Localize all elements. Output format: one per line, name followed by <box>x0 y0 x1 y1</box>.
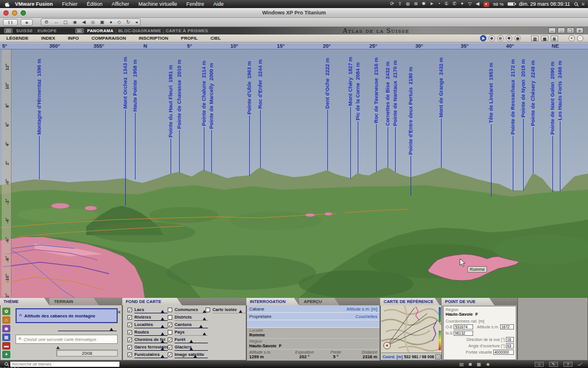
list-icon[interactable]: ≡ <box>582 1 585 7</box>
aperture-input[interactable] <box>506 343 514 348</box>
checkbox-funiculaires[interactable]: ✓ <box>127 352 132 357</box>
oe-input[interactable] <box>454 324 473 329</box>
viewpoint-tool[interactable]: ◉ <box>514 35 521 41</box>
expand-panels-button[interactable]: · <box>577 35 583 41</box>
calendar-icon[interactable]: ▦ <box>2 334 10 341</box>
layer-slider[interactable] <box>134 320 168 321</box>
menu-item-profil[interactable]: PROFIL <box>175 36 204 41</box>
year-field[interactable]: 2008 <box>56 350 118 356</box>
keyboard-icon[interactable]: ① <box>444 0 448 8</box>
mode-tab-carte-prismes[interactable]: CARTE À PRISMES <box>164 28 210 33</box>
spotlight-icon[interactable] <box>574 2 578 6</box>
vm-titlebar[interactable]: Windows XP Pro Titanium <box>0 8 588 18</box>
menu-vmware-fusion[interactable]: VMware Fusion <box>10 1 57 7</box>
layer-slider[interactable] <box>134 343 168 343</box>
altitude-input[interactable] <box>500 324 514 329</box>
layer-slider[interactable] <box>134 358 168 358</box>
theme-transparency-slider[interactable] <box>58 331 117 331</box>
direction-input[interactable] <box>506 337 514 342</box>
mode-tab-bloc-diagramme[interactable]: BLOC-DIAGRAMME <box>117 28 163 33</box>
tab-apercu[interactable]: APERÇU <box>299 298 339 305</box>
layer-slider[interactable] <box>134 350 168 351</box>
pan-tool[interactable]: ✥ <box>506 35 512 41</box>
cd-icon[interactable]: ◎ <box>91 18 95 26</box>
mode-tab-panorama[interactable]: PANORAMA <box>86 28 115 33</box>
spaces-icon[interactable]: ⊞ <box>414 0 418 8</box>
maximize-button[interactable]: □ <box>558 28 565 33</box>
folder-icon[interactable]: ▤ <box>459 362 464 367</box>
resize-grip-icon[interactable] <box>577 363 583 366</box>
layer-slider[interactable] <box>175 328 208 328</box>
display-icon[interactable]: ▢ <box>63 18 68 26</box>
collapse-icon[interactable]: ◂ <box>135 18 137 26</box>
tab-carte-reference[interactable]: CARTE DE RÉFÉRENCE <box>380 298 440 305</box>
close-button[interactable]: ✕ <box>576 28 583 33</box>
battery-icon[interactable] <box>508 2 515 6</box>
theme-combo-secondary[interactable]: ^ Choisir une seconde carte thématique <box>16 335 118 344</box>
theme-close-button[interactable]: × <box>118 309 121 315</box>
navigate-tool[interactable]: ➤ <box>480 35 486 41</box>
menu-machine-virtuelle[interactable]: Machine virtuelle <box>134 1 182 7</box>
sound-icon[interactable]: ◀ <box>82 18 86 26</box>
menu-item-info[interactable]: INFO <box>61 36 85 41</box>
network-icon[interactable]: ● <box>110 18 113 26</box>
flight-icon[interactable]: ➤ <box>430 0 434 8</box>
layer-slider[interactable] <box>175 335 208 336</box>
panel-close-button[interactable]: ⊠ <box>551 36 558 41</box>
panel-layout-a-button[interactable]: ▥ <box>531 36 539 41</box>
checkbox-carte-isol-e[interactable] <box>206 308 210 312</box>
layer-slider[interactable] <box>175 350 208 351</box>
checkbox-chemins-de-fer[interactable]: ✓ <box>127 338 132 342</box>
checkbox-for-t[interactable]: ✓ <box>168 338 172 342</box>
volume-icon[interactable]: ◀ <box>475 0 479 8</box>
mode-tab-suisse[interactable]: SUISSE <box>14 28 34 33</box>
mode-tab-europe[interactable]: EUROPE <box>36 28 58 33</box>
display-icon[interactable]: ▽ <box>468 0 471 8</box>
mode-tab-3d[interactable]: 3D <box>75 28 84 33</box>
settings-icon[interactable]: ⚙ <box>44 18 48 26</box>
minimize-button[interactable]: – <box>548 28 556 33</box>
map-fullscreen-button[interactable]: ⊡ <box>435 354 440 359</box>
layer-slider[interactable] <box>134 328 168 328</box>
zoom-out-tool[interactable]: ⊖ <box>497 35 504 41</box>
menu-aide[interactable]: Aide <box>208 1 228 7</box>
camera-icon[interactable]: ▣ <box>100 18 105 26</box>
theme-search-input[interactable] <box>10 362 119 367</box>
globe-icon[interactable]: ◈ <box>486 362 490 367</box>
tab-fond-de-carte[interactable]: FOND DE CARTE <box>122 298 182 305</box>
timemachine-icon[interactable]: ◔ <box>438 0 440 8</box>
snapshot-button[interactable]: ◉ <box>21 19 33 26</box>
home-button[interactable]: ⌂ <box>535 362 544 367</box>
checkbox-cantons[interactable]: ✓ <box>168 323 172 327</box>
vpn-icon[interactable]: ◍ <box>406 0 410 8</box>
menu-fichier[interactable]: Fichier <box>57 1 82 7</box>
menu-item-comparaison[interactable]: COMPARAISON <box>85 36 132 41</box>
layer-slider[interactable] <box>175 313 208 313</box>
menu-item-inscription[interactable]: INSCRIPTION <box>133 36 175 41</box>
ink-icon[interactable]: ✱ <box>421 0 425 8</box>
lock-icon[interactable]: ◇ <box>118 18 121 26</box>
reference-map[interactable] <box>381 305 442 352</box>
vegetation-icon[interactable]: ✿ <box>2 308 10 315</box>
layer-slider[interactable] <box>175 343 208 343</box>
phone-icon[interactable]: ✆ <box>452 0 457 8</box>
pause-vm-button[interactable]: ❙❙ <box>3 19 18 26</box>
tab-terrain[interactable]: TERRAIN <box>49 298 99 305</box>
checkbox-glaciers[interactable]: ✓ <box>168 345 172 350</box>
mode-tab-2d[interactable]: 2D <box>4 28 13 33</box>
checkbox-districts[interactable] <box>168 315 172 320</box>
layer-slider[interactable] <box>134 335 168 336</box>
chat-icon[interactable]: ◙ <box>469 362 471 367</box>
menu-dition[interactable]: Édition <box>82 1 107 7</box>
checkbox-rivi-res[interactable]: ✓ <box>127 315 132 320</box>
visual-range-input[interactable] <box>493 350 514 355</box>
checkbox-image-satellite[interactable]: ✓ <box>168 352 172 357</box>
bluetooth-icon[interactable]: ✦ <box>461 0 465 8</box>
resize-icon[interactable]: ↔ <box>53 18 58 26</box>
collapse-panels-button[interactable]: « <box>568 35 575 41</box>
vmware-status-icon[interactable]: ▾ <box>483 2 489 7</box>
menubar-clock[interactable]: dim. 29 mars 08:39:11 <box>519 1 570 7</box>
hut-icon[interactable]: ⌂ <box>2 316 10 324</box>
menu-item-index[interactable]: INDEX <box>35 36 61 41</box>
help-button[interactable]: ? <box>563 362 572 367</box>
